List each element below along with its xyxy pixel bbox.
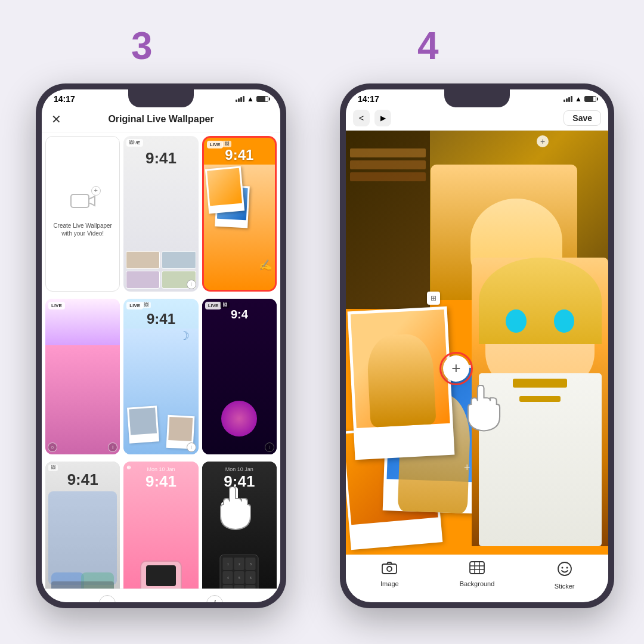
- moon-icon: ☽: [179, 329, 190, 343]
- cell-time-3: 9:41: [204, 147, 275, 163]
- shelf-2: [350, 160, 426, 169]
- phone-3-navbar: ✕ Original Live Wallpaper: [42, 106, 280, 132]
- info-icon-2: i: [187, 280, 196, 289]
- canvas-polaroid-1[interactable]: [347, 306, 454, 459]
- wallpaper-cell-pink[interactable]: Mon 10 Jan ⊕ 9:41: [123, 462, 198, 589]
- polaroid-1-img: [351, 309, 450, 428]
- photo-badge-3: 🖼: [222, 141, 231, 147]
- anime-char-2: [45, 345, 120, 454]
- add-sticker-container: +: [443, 355, 469, 382]
- phone-4-time: 14:17: [358, 94, 379, 104]
- cell-time-7: 9:41: [45, 470, 120, 489]
- add-plus-icon: +: [91, 186, 101, 196]
- outfit-accent-1: [513, 379, 568, 388]
- bookshelves: [350, 148, 426, 273]
- circle-toolbar-icon[interactable]: ○: [99, 595, 116, 602]
- signal-bar-1: [236, 100, 237, 102]
- signal-bar-4-3: [568, 97, 570, 102]
- key-5: 5: [234, 571, 244, 584]
- wifi-icon-4: ▲: [575, 95, 582, 103]
- play-button-4[interactable]: ▶: [374, 110, 391, 126]
- phone-4-screen: 14:17 ◀ App Store ▲ < ▶ Save: [346, 89, 608, 602]
- plus-icon-bot[interactable]: +: [464, 462, 470, 474]
- phone-4-tabbar: Image Background: [346, 555, 608, 599]
- photo-badge-5: 🖼: [141, 302, 151, 308]
- widget-bg: [48, 491, 117, 585]
- phone-4-frame: 14:17 ◀ App Store ▲ < ▶ Save: [340, 83, 614, 608]
- shelf-3: [350, 172, 426, 181]
- background-tab-icon: [469, 561, 485, 578]
- date-label: Mon 10 Jan: [123, 466, 198, 472]
- phone-4-status-icons: ▲: [564, 95, 596, 103]
- glow-element: [221, 401, 257, 436]
- wallpaper-cell-orange-highlighted[interactable]: LIVE 🖼 9:41 ✍: [202, 136, 277, 292]
- photo-badge-7: 🖼: [48, 465, 58, 471]
- wallpaper-cell-dark[interactable]: LIVE 🖼 9:4 i: [202, 299, 277, 454]
- wallpaper-cell-retro[interactable]: Mon 10 Jan 9:41 1 2 3 4 5 6 7 8 9: [202, 462, 277, 589]
- grid-row-2: LIVE ○ i LIVE 🖼 9:41 ☽: [42, 295, 280, 458]
- key-9: 9: [246, 585, 256, 589]
- outfit-accent-2: [519, 396, 561, 402]
- wallpaper-cell-blue[interactable]: LIVE 🖼 9:41 ☽ i: [123, 299, 198, 454]
- battery-icon-4: [584, 96, 596, 102]
- tab-image[interactable]: Image: [346, 561, 434, 590]
- q-badge: ⊕: [126, 465, 131, 470]
- create-cell[interactable]: + Create Live Wallpaper with your Video!: [45, 136, 120, 292]
- resize-handle[interactable]: ⊞: [427, 292, 440, 305]
- cell-time-8: 9:41: [123, 472, 198, 491]
- polaroid-1: [205, 166, 244, 214]
- live-badge-3: LIVE: [207, 141, 224, 148]
- keypad: 1 2 3 4 5 6 7 8 9 0: [220, 555, 259, 589]
- cell-time-2: 9:41: [123, 149, 198, 168]
- main-anime-char: [472, 258, 608, 546]
- info-icon-5: i: [187, 442, 196, 452]
- wifi-icon: ▲: [247, 95, 254, 103]
- signal-icon-4: [564, 96, 572, 102]
- signal-bar-2: [238, 98, 240, 102]
- phone-3-title: Original Live Wallpaper: [108, 114, 213, 125]
- create-icon-wrapper: +: [70, 191, 96, 213]
- wallpaper-cell-anime[interactable]: LIVE ○ i: [45, 299, 120, 454]
- key-6: 6: [246, 571, 256, 584]
- svg-point-2: [387, 566, 392, 571]
- phone-4-navbar: < ▶ Save: [346, 106, 608, 131]
- signal-bar-4-1: [564, 100, 565, 102]
- library-bg: [346, 131, 430, 309]
- step-4-number: 4: [417, 24, 439, 68]
- cell-time-6: 9:4: [202, 308, 277, 321]
- cell-time-9: 9:41: [202, 472, 277, 491]
- save-button-4[interactable]: Save: [564, 110, 601, 126]
- svg-point-10: [566, 567, 568, 569]
- add-sticker-button[interactable]: +: [443, 355, 469, 382]
- live-badge-4: LIVE: [48, 302, 65, 309]
- tab-background[interactable]: Background: [434, 561, 521, 590]
- phone-3-status-icons: ▲: [236, 95, 268, 103]
- back-button-4[interactable]: <: [353, 110, 370, 126]
- background-svg-icon: [469, 561, 485, 574]
- sticker-tab-icon: [557, 561, 572, 580]
- plus-icon-top[interactable]: +: [537, 135, 549, 147]
- wallpaper-cell-white[interactable]: LIVE 🖼 9:41 i: [123, 136, 198, 292]
- svg-rect-3: [470, 562, 484, 574]
- svg-point-9: [561, 567, 563, 569]
- char-hair-main: [479, 258, 602, 344]
- live-badge-5: LIVE: [126, 302, 143, 309]
- battery-fill: [257, 97, 265, 101]
- wallpaper-cell-gray[interactable]: 🖼 9:41 ○ i: [45, 462, 120, 589]
- gameboy-screen: [146, 565, 176, 586]
- plus-icon-mid[interactable]: +: [477, 394, 484, 406]
- grid-row-3: 🖼 9:41 ○ i Mon 10 Jan ⊕: [42, 458, 280, 589]
- close-button[interactable]: ✕: [51, 112, 61, 126]
- signal-bar-4-4: [571, 96, 572, 102]
- char-eye-1: [506, 309, 526, 333]
- info-toolbar-icon[interactable]: i: [206, 595, 223, 602]
- canvas-area[interactable]: + ⊞: [346, 131, 608, 555]
- signal-bar-4-2: [566, 98, 568, 102]
- wallpaper-grid-container[interactable]: + Create Live Wallpaper with your Video!…: [42, 132, 280, 589]
- create-label: Create Live Wallpaper with your Video!: [52, 222, 113, 237]
- signal-bar-3: [240, 97, 242, 102]
- background-tab-label: Background: [460, 580, 495, 587]
- signal-bar-4: [243, 96, 244, 102]
- tab-sticker[interactable]: Sticker: [521, 561, 608, 590]
- signal-icon: [236, 96, 244, 102]
